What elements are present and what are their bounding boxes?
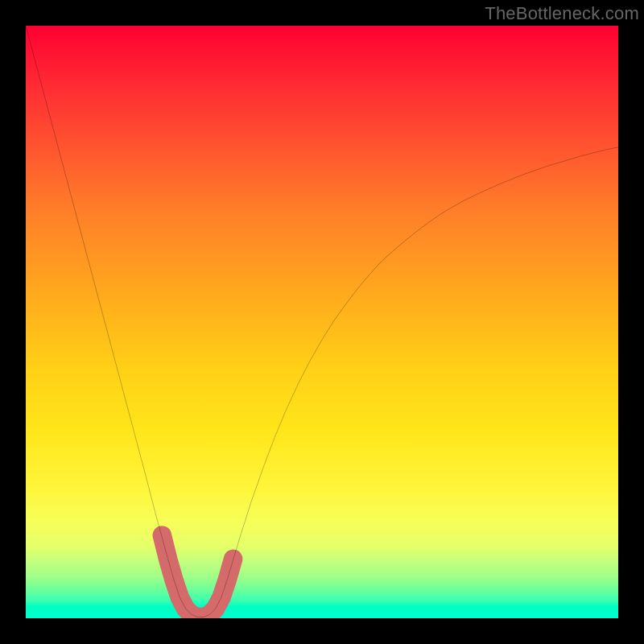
watermark: TheBottleneck.com <box>485 3 639 24</box>
main-curve <box>26 26 618 618</box>
plot-area <box>26 26 618 618</box>
chart-frame: TheBottleneck.com <box>0 0 644 644</box>
